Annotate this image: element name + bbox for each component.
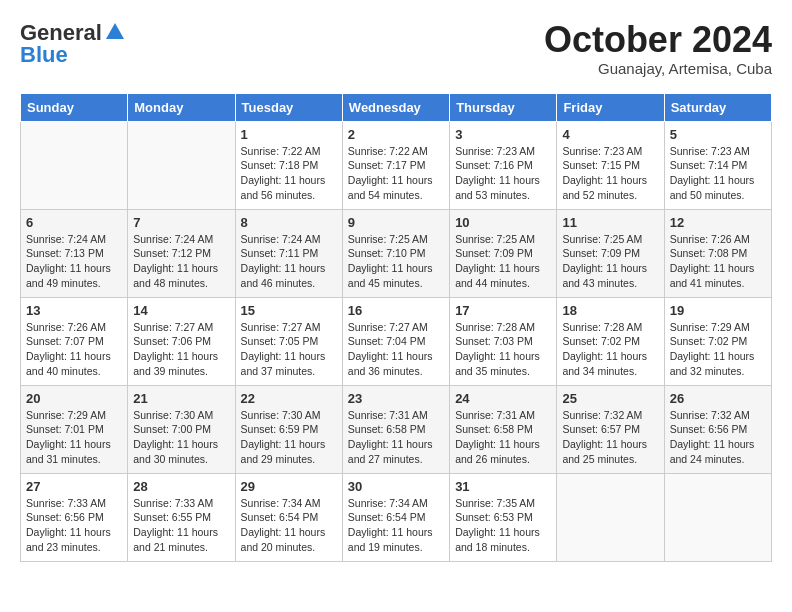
sunset-text: Sunset: 6:54 PM [348, 511, 426, 523]
calendar-cell: 14 Sunrise: 7:27 AM Sunset: 7:06 PM Dayl… [128, 297, 235, 385]
calendar-cell: 20 Sunrise: 7:29 AM Sunset: 7:01 PM Dayl… [21, 385, 128, 473]
day-number: 3 [455, 127, 551, 142]
month-title: October 2024 [544, 20, 772, 60]
cell-info: Sunrise: 7:30 AM Sunset: 7:00 PM Dayligh… [133, 408, 229, 467]
calendar-cell: 26 Sunrise: 7:32 AM Sunset: 6:56 PM Dayl… [664, 385, 771, 473]
calendar-table: Sunday Monday Tuesday Wednesday Thursday… [20, 93, 772, 562]
cell-info: Sunrise: 7:31 AM Sunset: 6:58 PM Dayligh… [348, 408, 444, 467]
daylight-text: Daylight: 11 hours and 54 minutes. [348, 174, 433, 201]
calendar-cell: 28 Sunrise: 7:33 AM Sunset: 6:55 PM Dayl… [128, 473, 235, 561]
cell-info: Sunrise: 7:29 AM Sunset: 7:01 PM Dayligh… [26, 408, 122, 467]
sunset-text: Sunset: 7:08 PM [670, 247, 748, 259]
calendar-cell: 30 Sunrise: 7:34 AM Sunset: 6:54 PM Dayl… [342, 473, 449, 561]
col-tuesday: Tuesday [235, 93, 342, 121]
sunset-text: Sunset: 7:11 PM [241, 247, 319, 259]
sunrise-text: Sunrise: 7:30 AM [241, 409, 321, 421]
cell-info: Sunrise: 7:31 AM Sunset: 6:58 PM Dayligh… [455, 408, 551, 467]
calendar-cell [664, 473, 771, 561]
calendar-cell: 8 Sunrise: 7:24 AM Sunset: 7:11 PM Dayli… [235, 209, 342, 297]
sunset-text: Sunset: 7:09 PM [562, 247, 640, 259]
cell-info: Sunrise: 7:25 AM Sunset: 7:10 PM Dayligh… [348, 232, 444, 291]
daylight-text: Daylight: 11 hours and 43 minutes. [562, 262, 647, 289]
daylight-text: Daylight: 11 hours and 26 minutes. [455, 438, 540, 465]
daylight-text: Daylight: 11 hours and 32 minutes. [670, 350, 755, 377]
day-number: 23 [348, 391, 444, 406]
sunset-text: Sunset: 6:53 PM [455, 511, 533, 523]
cell-info: Sunrise: 7:30 AM Sunset: 6:59 PM Dayligh… [241, 408, 337, 467]
sunrise-text: Sunrise: 7:34 AM [241, 497, 321, 509]
sunrise-text: Sunrise: 7:23 AM [455, 145, 535, 157]
sunrise-text: Sunrise: 7:27 AM [241, 321, 321, 333]
calendar-cell: 25 Sunrise: 7:32 AM Sunset: 6:57 PM Dayl… [557, 385, 664, 473]
daylight-text: Daylight: 11 hours and 23 minutes. [26, 526, 111, 553]
sunrise-text: Sunrise: 7:25 AM [348, 233, 428, 245]
sunrise-text: Sunrise: 7:34 AM [348, 497, 428, 509]
daylight-text: Daylight: 11 hours and 41 minutes. [670, 262, 755, 289]
sunrise-text: Sunrise: 7:28 AM [562, 321, 642, 333]
sunrise-text: Sunrise: 7:32 AM [670, 409, 750, 421]
col-saturday: Saturday [664, 93, 771, 121]
sunrise-text: Sunrise: 7:30 AM [133, 409, 213, 421]
calendar-cell: 3 Sunrise: 7:23 AM Sunset: 7:16 PM Dayli… [450, 121, 557, 209]
sunset-text: Sunset: 7:01 PM [26, 423, 104, 435]
sunset-text: Sunset: 7:15 PM [562, 159, 640, 171]
daylight-text: Daylight: 11 hours and 49 minutes. [26, 262, 111, 289]
day-number: 24 [455, 391, 551, 406]
sunset-text: Sunset: 7:13 PM [26, 247, 104, 259]
sunset-text: Sunset: 7:00 PM [133, 423, 211, 435]
calendar-cell: 31 Sunrise: 7:35 AM Sunset: 6:53 PM Dayl… [450, 473, 557, 561]
calendar-week-2: 6 Sunrise: 7:24 AM Sunset: 7:13 PM Dayli… [21, 209, 772, 297]
sunset-text: Sunset: 7:05 PM [241, 335, 319, 347]
sunset-text: Sunset: 7:10 PM [348, 247, 426, 259]
sunset-text: Sunset: 7:16 PM [455, 159, 533, 171]
daylight-text: Daylight: 11 hours and 44 minutes. [455, 262, 540, 289]
day-number: 11 [562, 215, 658, 230]
sunset-text: Sunset: 7:02 PM [562, 335, 640, 347]
calendar-cell [128, 121, 235, 209]
sunset-text: Sunset: 6:55 PM [133, 511, 211, 523]
col-sunday: Sunday [21, 93, 128, 121]
sunrise-text: Sunrise: 7:32 AM [562, 409, 642, 421]
page: General Blue October 2024 Guanajay, Arte… [0, 0, 792, 582]
daylight-text: Daylight: 11 hours and 24 minutes. [670, 438, 755, 465]
calendar-cell: 12 Sunrise: 7:26 AM Sunset: 7:08 PM Dayl… [664, 209, 771, 297]
daylight-text: Daylight: 11 hours and 52 minutes. [562, 174, 647, 201]
cell-info: Sunrise: 7:34 AM Sunset: 6:54 PM Dayligh… [348, 496, 444, 555]
day-number: 1 [241, 127, 337, 142]
sunset-text: Sunset: 6:59 PM [241, 423, 319, 435]
calendar-week-1: 1 Sunrise: 7:22 AM Sunset: 7:18 PM Dayli… [21, 121, 772, 209]
daylight-text: Daylight: 11 hours and 30 minutes. [133, 438, 218, 465]
day-number: 13 [26, 303, 122, 318]
day-number: 9 [348, 215, 444, 230]
day-number: 15 [241, 303, 337, 318]
calendar-cell: 9 Sunrise: 7:25 AM Sunset: 7:10 PM Dayli… [342, 209, 449, 297]
col-thursday: Thursday [450, 93, 557, 121]
location-subtitle: Guanajay, Artemisa, Cuba [544, 60, 772, 77]
sunset-text: Sunset: 7:02 PM [670, 335, 748, 347]
day-number: 10 [455, 215, 551, 230]
calendar-week-4: 20 Sunrise: 7:29 AM Sunset: 7:01 PM Dayl… [21, 385, 772, 473]
sunrise-text: Sunrise: 7:27 AM [348, 321, 428, 333]
cell-info: Sunrise: 7:28 AM Sunset: 7:02 PM Dayligh… [562, 320, 658, 379]
day-number: 16 [348, 303, 444, 318]
sunset-text: Sunset: 7:09 PM [455, 247, 533, 259]
sunrise-text: Sunrise: 7:33 AM [133, 497, 213, 509]
logo-icon [104, 21, 126, 43]
sunrise-text: Sunrise: 7:31 AM [348, 409, 428, 421]
calendar-week-5: 27 Sunrise: 7:33 AM Sunset: 6:56 PM Dayl… [21, 473, 772, 561]
sunrise-text: Sunrise: 7:24 AM [26, 233, 106, 245]
calendar-cell: 17 Sunrise: 7:28 AM Sunset: 7:03 PM Dayl… [450, 297, 557, 385]
calendar-cell: 4 Sunrise: 7:23 AM Sunset: 7:15 PM Dayli… [557, 121, 664, 209]
calendar-cell: 22 Sunrise: 7:30 AM Sunset: 6:59 PM Dayl… [235, 385, 342, 473]
daylight-text: Daylight: 11 hours and 56 minutes. [241, 174, 326, 201]
sunrise-text: Sunrise: 7:22 AM [241, 145, 321, 157]
day-number: 17 [455, 303, 551, 318]
sunrise-text: Sunrise: 7:25 AM [562, 233, 642, 245]
daylight-text: Daylight: 11 hours and 29 minutes. [241, 438, 326, 465]
day-number: 30 [348, 479, 444, 494]
calendar-cell: 27 Sunrise: 7:33 AM Sunset: 6:56 PM Dayl… [21, 473, 128, 561]
col-wednesday: Wednesday [342, 93, 449, 121]
calendar-cell: 19 Sunrise: 7:29 AM Sunset: 7:02 PM Dayl… [664, 297, 771, 385]
calendar-cell: 5 Sunrise: 7:23 AM Sunset: 7:14 PM Dayli… [664, 121, 771, 209]
cell-info: Sunrise: 7:32 AM Sunset: 6:57 PM Dayligh… [562, 408, 658, 467]
